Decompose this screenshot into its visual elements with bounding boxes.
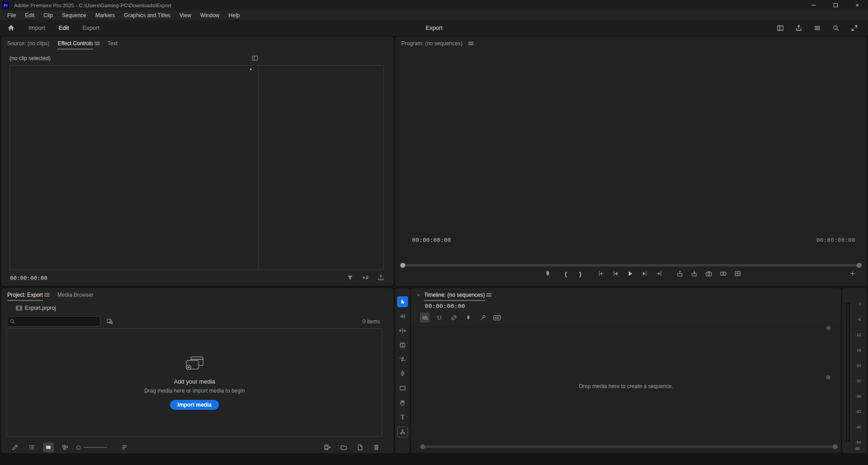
project-writable-button[interactable] xyxy=(9,442,20,452)
menu-file[interactable]: File xyxy=(3,12,20,19)
video-scrollbar-thumb[interactable] xyxy=(826,326,830,330)
lift-button[interactable] xyxy=(674,268,686,279)
search-bin-button[interactable] xyxy=(104,317,115,327)
audio-meter-right-channel[interactable] xyxy=(848,302,850,443)
automate-to-sequence-button[interactable] xyxy=(322,442,333,452)
new-bin-button[interactable] xyxy=(338,442,349,452)
sort-button[interactable] xyxy=(119,442,130,452)
workspace-tab-edit[interactable]: Edit xyxy=(59,24,69,31)
timeline-horizontal-scrollbar[interactable] xyxy=(421,446,837,448)
tools-panel: T xyxy=(395,288,410,453)
menu-clip[interactable]: Clip xyxy=(39,12,57,19)
scrubber-track[interactable] xyxy=(401,264,861,266)
nest-toggle-button[interactable] xyxy=(420,313,430,323)
import-media-button[interactable]: Import media xyxy=(170,400,218,410)
media-drop-zone[interactable]: Add your media Drag media here or import… xyxy=(7,328,382,437)
audio-meter-left-channel[interactable] xyxy=(845,302,848,443)
scrollbar-right-handle[interactable] xyxy=(833,444,838,449)
play-audio-preview-button[interactable] xyxy=(360,273,371,283)
toggle-output-button[interactable] xyxy=(375,273,386,283)
timeline-panel-menu-button[interactable] xyxy=(486,292,492,298)
list-view-button[interactable] xyxy=(26,442,37,452)
tab-project[interactable]: Project: Export xyxy=(7,292,43,298)
tab-effect-controls[interactable]: Effect Controls xyxy=(57,40,93,47)
scrollbar-left-handle[interactable] xyxy=(420,444,425,449)
sidebar-toggle-button[interactable] xyxy=(251,55,258,62)
pen-tool[interactable] xyxy=(397,368,408,379)
extract-button[interactable] xyxy=(688,268,700,279)
transform-tool[interactable] xyxy=(397,427,408,437)
workspaces-button[interactable] xyxy=(814,24,821,32)
tab-program-monitor[interactable]: Program: (no sequences) xyxy=(401,40,462,47)
razor-tool[interactable] xyxy=(397,340,408,351)
search-input[interactable] xyxy=(7,316,100,327)
button-editor-button[interactable] xyxy=(847,268,859,279)
maximize-button[interactable] xyxy=(825,0,846,10)
fullscreen-button[interactable] xyxy=(851,24,858,32)
tab-timeline[interactable]: Timeline: (no sequences) xyxy=(424,292,484,298)
delete-button[interactable] xyxy=(371,442,382,452)
step-forward-button[interactable] xyxy=(639,268,650,279)
scroll-up-arrow[interactable]: ▲ xyxy=(249,66,253,71)
track-select-tool[interactable] xyxy=(397,311,408,322)
audio-scrollbar-thumb[interactable] xyxy=(826,375,830,380)
menu-help[interactable]: Help xyxy=(224,12,244,19)
play-button[interactable] xyxy=(624,268,636,279)
header-actions xyxy=(777,24,858,32)
program-scrubber[interactable] xyxy=(401,264,861,267)
tab-source-monitor[interactable]: Source: (no clips) xyxy=(7,40,49,47)
close-button[interactable]: × xyxy=(846,0,868,10)
timeline-settings-button[interactable] xyxy=(478,313,488,323)
program-panel-menu-button[interactable] xyxy=(468,40,474,47)
captions-button[interactable]: CC xyxy=(492,313,502,323)
title-bar: Pr Adobe Premiere Pro 2025 - C:\Users\Ga… xyxy=(0,0,868,10)
mark-in-button[interactable]: { xyxy=(560,268,572,279)
mark-out-button[interactable]: } xyxy=(574,268,586,279)
type-tool[interactable]: T xyxy=(397,412,408,423)
home-button[interactable] xyxy=(7,24,15,32)
close-panel-button[interactable]: × xyxy=(417,292,420,298)
panel-menu-button[interactable] xyxy=(94,40,100,47)
go-to-out-button[interactable] xyxy=(653,268,665,279)
timeline-drop-area[interactable]: Drop media here to create a sequence. xyxy=(411,325,841,453)
project-panel-menu-button[interactable] xyxy=(44,292,50,298)
timeline-add-marker-button[interactable] xyxy=(463,313,473,323)
hand-tool[interactable] xyxy=(397,397,408,408)
layout-button[interactable] xyxy=(777,24,784,32)
menu-window[interactable]: Window xyxy=(196,12,224,19)
minimize-button[interactable] xyxy=(803,0,825,10)
menu-sequence[interactable]: Sequence xyxy=(57,12,91,19)
menu-view[interactable]: View xyxy=(175,12,196,19)
step-back-button[interactable] xyxy=(610,268,621,279)
export-frame-button[interactable] xyxy=(703,268,715,279)
menu-markers[interactable]: Markers xyxy=(91,12,119,19)
zoom-slider-track[interactable] xyxy=(84,447,107,448)
new-item-button[interactable] xyxy=(355,442,365,452)
effect-controls-divider[interactable] xyxy=(258,66,259,270)
zoom-slider-handle[interactable] xyxy=(76,446,81,450)
snap-button[interactable] xyxy=(434,313,444,323)
go-to-in-button[interactable] xyxy=(595,268,607,279)
menu-graphics-titles[interactable]: Graphics and Titles xyxy=(119,12,175,19)
add-marker-button[interactable] xyxy=(542,268,554,279)
ripple-edit-tool[interactable] xyxy=(397,325,408,336)
linked-selection-button[interactable] xyxy=(449,313,459,323)
menu-edit[interactable]: Edit xyxy=(20,12,39,19)
filter-properties-button[interactable] xyxy=(345,273,356,283)
selection-tool[interactable] xyxy=(397,296,408,307)
icon-view-button[interactable] xyxy=(43,442,54,452)
tab-text[interactable]: Text xyxy=(108,40,118,47)
freeform-view-button[interactable] xyxy=(60,442,71,452)
playhead-handle[interactable] xyxy=(400,263,405,268)
multi-camera-button[interactable] xyxy=(732,268,744,279)
workspace-tab-export[interactable]: Export xyxy=(82,24,100,31)
scrubber-end-handle[interactable] xyxy=(857,263,862,268)
workspace-tab-import[interactable]: Import xyxy=(28,24,45,31)
quick-export-button[interactable] xyxy=(795,24,802,32)
project-file-name[interactable]: Export.prproj xyxy=(25,305,56,311)
slip-tool[interactable] xyxy=(397,354,408,365)
search-button[interactable] xyxy=(832,24,840,32)
rectangle-tool[interactable] xyxy=(397,383,408,394)
tab-media-browser[interactable]: Media Browser xyxy=(57,292,94,298)
comparison-view-button[interactable] xyxy=(717,268,729,279)
